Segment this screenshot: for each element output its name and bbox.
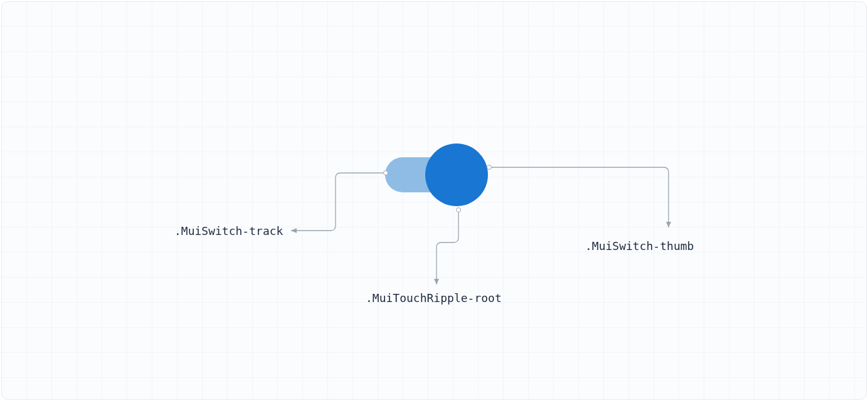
svg-marker-2 xyxy=(434,279,439,284)
label-switch-thumb: .MuiSwitch-thumb xyxy=(585,239,694,253)
diagram-frame: .MuiSwitch-track .MuiSwitch-thumb .MuiTo… xyxy=(1,1,867,400)
switch-thumb xyxy=(425,143,488,206)
connector-hub-track xyxy=(383,170,388,175)
mui-switch[interactable] xyxy=(378,143,487,206)
connector-hub-thumb xyxy=(487,165,492,170)
label-touch-ripple: .MuiTouchRipple-root xyxy=(366,291,502,305)
svg-marker-1 xyxy=(666,222,671,227)
label-switch-track: .MuiSwitch-track xyxy=(174,224,283,237)
svg-marker-0 xyxy=(291,228,297,233)
connector-hub-ripple xyxy=(456,207,461,212)
